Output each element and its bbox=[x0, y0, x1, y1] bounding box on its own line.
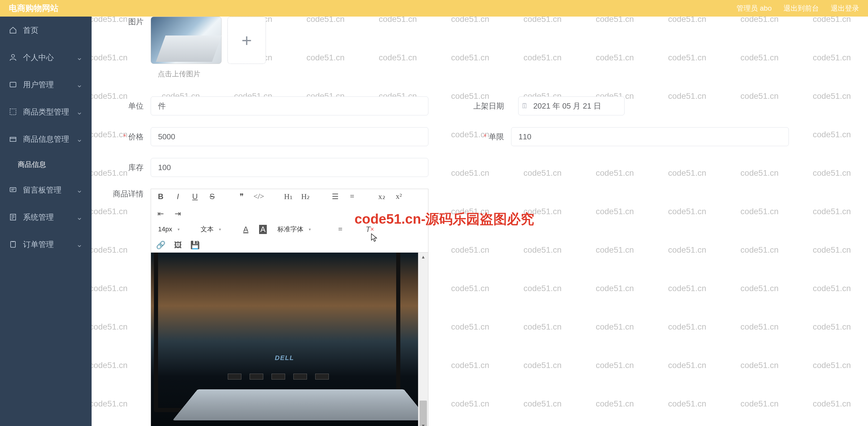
editor-scrollbar[interactable]: ▴ ▾ bbox=[418, 253, 428, 426]
bold-icon[interactable]: B bbox=[156, 191, 166, 201]
nav-product-info[interactable]: 商品信息 bbox=[0, 153, 92, 176]
outdent-icon[interactable]: ⇤ bbox=[156, 208, 166, 219]
image-icon[interactable]: 🖼 bbox=[173, 240, 183, 250]
editor-toolbar-row-3: 🔗 🖼 💾 bbox=[151, 237, 428, 252]
ordered-list-icon[interactable]: ☰ bbox=[330, 191, 340, 201]
svg-rect-1 bbox=[10, 82, 16, 87]
limit-label: 单限 bbox=[464, 132, 511, 142]
nav-product-mgmt-label: 商品信息管理 bbox=[23, 134, 69, 144]
nav-user-mgmt[interactable]: 用户管理 ⌄ bbox=[0, 71, 92, 98]
unit-input[interactable] bbox=[151, 96, 428, 115]
system-icon bbox=[9, 213, 17, 221]
order-icon bbox=[9, 240, 17, 249]
top-header: 电商购物网站 管理员 abo 退出到前台 退出登录 bbox=[0, 0, 868, 17]
nav-product-mgmt[interactable]: 商品信息管理 ⌄ bbox=[0, 125, 92, 153]
home-icon bbox=[9, 26, 17, 34]
admin-label[interactable]: 管理员 abo bbox=[737, 4, 772, 13]
detail-label: 商品详情 bbox=[109, 189, 151, 199]
editor-content-area[interactable]: DELL bbox=[151, 253, 418, 426]
date-label: 上架日期 bbox=[464, 101, 511, 111]
category-icon bbox=[9, 108, 17, 116]
mouse-cursor-icon bbox=[371, 233, 378, 243]
nav-personal[interactable]: 个人中心 ⌄ bbox=[0, 44, 92, 71]
chevron-down-icon: ⌄ bbox=[76, 186, 83, 195]
bg-color-icon[interactable]: A bbox=[258, 224, 268, 234]
users-icon bbox=[9, 81, 17, 89]
message-icon bbox=[9, 186, 17, 194]
nav-category-mgmt-label: 商品类型管理 bbox=[23, 107, 69, 117]
underline-icon[interactable]: U bbox=[190, 191, 200, 201]
scroll-up-icon[interactable]: ▴ bbox=[418, 253, 428, 261]
chevron-down-icon: ⌄ bbox=[76, 107, 83, 117]
nav-home-label: 首页 bbox=[23, 25, 38, 35]
unordered-list-icon[interactable]: ≡ bbox=[347, 191, 357, 201]
italic-icon[interactable]: I bbox=[173, 191, 183, 201]
stock-input[interactable] bbox=[151, 158, 428, 177]
uploaded-thumbnail[interactable] bbox=[151, 17, 222, 64]
svg-rect-3 bbox=[10, 137, 16, 141]
price-input[interactable] bbox=[151, 127, 428, 146]
font-size-select[interactable]: 14px▾ bbox=[156, 224, 191, 234]
unit-label: 单位 bbox=[109, 101, 151, 111]
svg-point-0 bbox=[11, 54, 14, 57]
block-select[interactable]: 文本▾ bbox=[198, 224, 234, 235]
user-icon bbox=[9, 53, 17, 61]
nav-message-mgmt-label: 留言板管理 bbox=[23, 185, 61, 195]
svg-rect-4 bbox=[10, 188, 16, 192]
to-frontend-link[interactable]: 退出到前台 bbox=[783, 4, 819, 13]
plus-icon: + bbox=[241, 30, 252, 51]
save-icon[interactable]: 💾 bbox=[190, 240, 200, 250]
laptop-brand-text: DELL bbox=[275, 354, 294, 362]
calendar-icon: 🗓 bbox=[521, 102, 528, 110]
align-icon[interactable]: ≡ bbox=[335, 224, 345, 234]
code-icon[interactable]: </> bbox=[254, 191, 264, 201]
nav-product-info-label: 商品信息 bbox=[18, 160, 46, 169]
font-family-select[interactable]: 标准字体▾ bbox=[275, 224, 328, 235]
nav-personal-label: 个人中心 bbox=[23, 52, 54, 63]
price-label: 价格 bbox=[109, 132, 151, 142]
add-image-button[interactable]: + bbox=[227, 17, 266, 64]
red-watermark-text: code51.cn-源码乐园盗图必究 bbox=[354, 210, 534, 228]
chevron-down-icon: ⌄ bbox=[76, 240, 83, 249]
chevron-down-icon: ⌄ bbox=[76, 80, 83, 89]
chevron-down-icon: ⌄ bbox=[76, 53, 83, 62]
date-input[interactable] bbox=[518, 96, 625, 115]
nav-category-mgmt[interactable]: 商品类型管理 ⌄ bbox=[0, 98, 92, 125]
svg-rect-2 bbox=[10, 109, 16, 115]
link-icon[interactable]: 🔗 bbox=[156, 240, 166, 250]
nav-order-mgmt-label: 订单管理 bbox=[23, 239, 54, 250]
nav-system-mgmt-label: 系统管理 bbox=[23, 212, 54, 223]
nav-user-mgmt-label: 用户管理 bbox=[23, 80, 54, 90]
upload-hint: 点击上传图片 bbox=[158, 69, 850, 79]
strikethrough-icon[interactable]: S bbox=[207, 191, 217, 201]
superscript-icon[interactable]: x² bbox=[394, 191, 404, 201]
chevron-down-icon: ⌄ bbox=[76, 213, 83, 222]
svg-rect-6 bbox=[11, 242, 16, 247]
stock-label: 库存 bbox=[109, 163, 151, 173]
nav-order-mgmt[interactable]: 订单管理 ⌄ bbox=[0, 231, 92, 258]
chevron-down-icon: ⌄ bbox=[76, 135, 83, 144]
h2-icon[interactable]: H₂ bbox=[301, 191, 311, 201]
quote-icon[interactable]: ❞ bbox=[237, 191, 247, 201]
nav-system-mgmt[interactable]: 系统管理 ⌄ bbox=[0, 203, 92, 231]
sidebar: 首页 个人中心 ⌄ 用户管理 ⌄ 商品类型管理 ⌄ 商品信息管理 ⌄ 商品信息 … bbox=[0, 17, 92, 426]
h1-icon[interactable]: H₁ bbox=[283, 191, 293, 201]
nav-home[interactable]: 首页 bbox=[0, 17, 92, 44]
subscript-icon[interactable]: x₂ bbox=[377, 191, 387, 201]
limit-input[interactable] bbox=[511, 127, 789, 146]
product-icon bbox=[9, 135, 17, 143]
nav-message-mgmt[interactable]: 留言板管理 ⌄ bbox=[0, 176, 92, 203]
scroll-down-icon[interactable]: ▾ bbox=[418, 422, 428, 426]
indent-icon[interactable]: ⇥ bbox=[173, 208, 183, 219]
text-color-icon[interactable]: A bbox=[241, 224, 251, 234]
logout-link[interactable]: 退出登录 bbox=[831, 4, 859, 13]
image-label: 图片 bbox=[109, 17, 151, 27]
brand-title: 电商购物网站 bbox=[9, 3, 59, 14]
